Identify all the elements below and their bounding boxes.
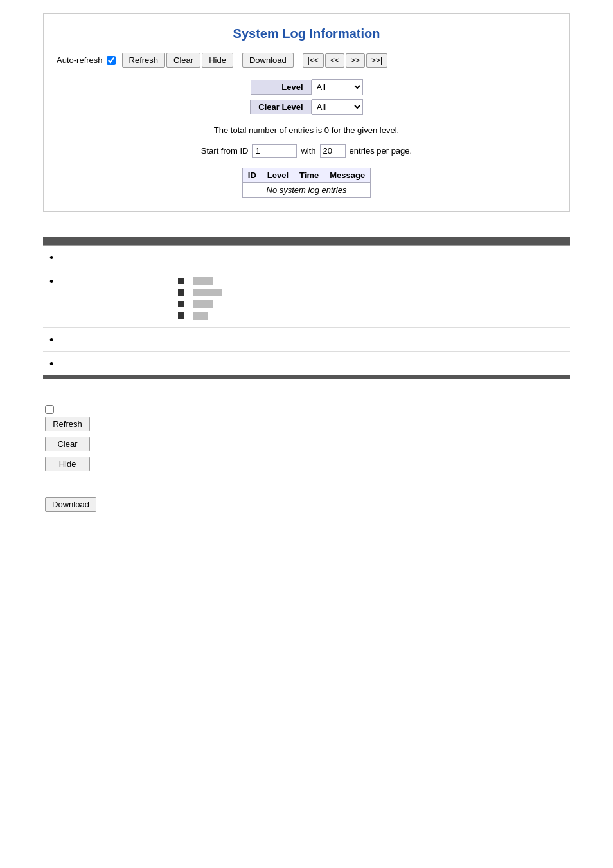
sub-item-2	[178, 289, 564, 296]
filter-section: Level All Error Warning Info Debug Clear…	[57, 79, 556, 115]
bottom-download-wrapper: Download	[45, 497, 600, 512]
col-time: Time	[294, 168, 324, 183]
color-box-4	[193, 312, 208, 320]
sq-bullet-4	[178, 312, 184, 319]
start-row: Start from ID with entries per page.	[57, 144, 556, 158]
col-message: Message	[324, 168, 371, 183]
nav-next-button[interactable]: >>	[346, 53, 365, 68]
settings-section: • •	[43, 237, 570, 379]
bottom-controls-section: Refresh Clear Hide Download	[45, 405, 600, 512]
nav-prev-button[interactable]: <<	[325, 53, 344, 68]
bottom-refresh-button[interactable]: Refresh	[45, 417, 90, 431]
empty-message: No system log entries	[242, 183, 370, 198]
start-from-label: Start from ID	[201, 146, 249, 156]
spacer	[45, 484, 600, 497]
bottom-refresh-wrapper: Refresh	[45, 417, 600, 431]
settings-row-1-col1: •	[43, 246, 172, 269]
settings-row-4-col2	[172, 352, 570, 375]
download-button[interactable]: Download	[242, 53, 294, 68]
log-table: ID Level Time Message No system log entr…	[242, 168, 371, 198]
auto-refresh-checkbox[interactable]	[107, 56, 116, 65]
color-box-2	[193, 289, 222, 296]
entries-per-page-input[interactable]	[320, 144, 346, 158]
system-log-panel: System Log Information Auto-refresh Refr…	[43, 13, 570, 212]
bottom-hide-wrapper: Hide	[45, 457, 600, 471]
hide-button[interactable]: Hide	[202, 53, 233, 68]
entries-label: entries per page.	[350, 146, 413, 156]
nav-first-button[interactable]: |<<	[303, 53, 324, 68]
settings-row-1: •	[43, 246, 570, 269]
settings-table: • •	[43, 241, 570, 375]
sub-items	[178, 275, 564, 322]
info-text: The total number of entries is 0 for the…	[57, 125, 556, 135]
settings-row-4: •	[43, 352, 570, 375]
sub-item-1	[178, 277, 564, 285]
bottom-hide-button[interactable]: Hide	[45, 457, 90, 471]
settings-row-3: •	[43, 328, 570, 352]
with-label: with	[301, 146, 315, 156]
sub-item-4	[178, 312, 564, 320]
sq-bullet-1	[178, 278, 184, 284]
sub-item-3	[178, 300, 564, 308]
settings-row-1-col2	[172, 246, 570, 269]
settings-row-2-col2	[172, 269, 570, 328]
col-level: Level	[262, 168, 294, 183]
settings-row-4-col1: •	[43, 352, 172, 375]
color-box-1	[193, 277, 213, 285]
clear-button[interactable]: Clear	[166, 53, 200, 68]
bottom-clear-button[interactable]: Clear	[45, 437, 90, 451]
bottom-download-button[interactable]: Download	[45, 497, 96, 512]
bottom-auto-refresh	[45, 405, 600, 414]
nav-last-button[interactable]: >>|	[366, 53, 387, 68]
color-box-3	[193, 300, 213, 308]
toolbar: Auto-refresh Refresh Clear Hide Download…	[57, 53, 556, 68]
bottom-clear-wrapper: Clear	[45, 437, 600, 451]
bottom-checkbox[interactable]	[45, 405, 54, 414]
dark-bar-bottom	[43, 375, 570, 379]
clear-level-label: Clear Level	[250, 100, 311, 114]
bullet-3: •	[49, 334, 53, 347]
col-id: ID	[242, 168, 262, 183]
bullet-2: •	[49, 275, 53, 288]
level-filter-row: Level All Error Warning Info Debug	[251, 79, 363, 95]
log-table-wrapper: ID Level Time Message No system log entr…	[57, 168, 556, 198]
clear-level-filter-row: Clear Level All Error Warning Info Debug	[250, 99, 362, 115]
level-select[interactable]: All Error Warning Info Debug	[312, 79, 363, 95]
refresh-button[interactable]: Refresh	[122, 53, 166, 68]
settings-row-2-col1: •	[43, 269, 172, 328]
settings-row-3-col2	[172, 328, 570, 352]
sq-bullet-2	[178, 289, 184, 296]
panel-title: System Log Information	[57, 26, 556, 41]
bullet-1: •	[49, 251, 53, 264]
start-from-input[interactable]	[252, 144, 297, 158]
auto-refresh-label: Auto-refresh	[57, 55, 103, 65]
bullet-4: •	[49, 357, 53, 370]
clear-level-select[interactable]: All Error Warning Info Debug	[312, 99, 363, 115]
settings-row-2: •	[43, 269, 570, 328]
sq-bullet-3	[178, 301, 184, 307]
level-label: Level	[251, 80, 312, 95]
settings-row-3-col1: •	[43, 328, 172, 352]
